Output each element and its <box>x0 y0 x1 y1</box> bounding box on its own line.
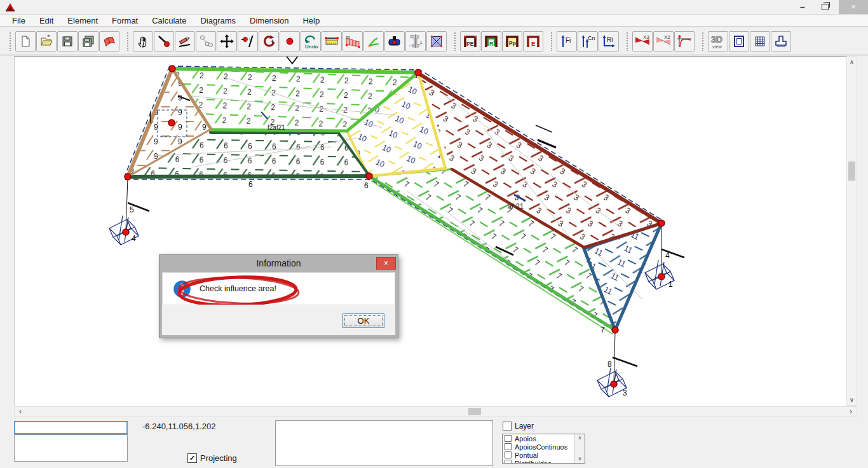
profile-button[interactable] <box>771 31 791 52</box>
diagram-curve-button[interactable] <box>674 31 695 52</box>
projecting-option[interactable]: ✓ Projecting <box>187 453 237 463</box>
layer-item[interactable]: ApoiosContinuos <box>503 443 585 451</box>
move-button[interactable] <box>217 31 237 52</box>
new-file-button[interactable] <box>15 31 36 52</box>
svg-text:Undo: Undo <box>305 44 318 50</box>
3d-view-icon: 3Dview <box>710 33 726 50</box>
layer-item-checkbox[interactable] <box>505 443 512 450</box>
projecting-checkbox[interactable]: ✓ <box>187 453 197 463</box>
save-button[interactable] <box>57 31 78 52</box>
library-button[interactable] <box>99 31 119 52</box>
layer-item[interactable]: Distribuidas <box>503 459 585 464</box>
menu-element[interactable]: Element <box>60 16 105 25</box>
drawing-canvas[interactable]: 2 9 6 10 3 7 11 <box>14 56 847 406</box>
menu-calculate[interactable]: Calculate <box>145 16 193 25</box>
force-fi-button[interactable]: Fi <box>557 31 577 52</box>
rotate-button[interactable] <box>259 31 279 52</box>
close-button[interactable]: × <box>839 0 868 14</box>
info-panel <box>275 420 493 466</box>
svg-text:2: 2 <box>410 34 412 38</box>
minimize-button[interactable]: – <box>793 0 812 14</box>
3d-view-button[interactable]: 3Dview <box>708 31 728 52</box>
layer-item[interactable]: Pontual <box>503 451 585 459</box>
open-file-button[interactable] <box>36 31 57 52</box>
pan-button[interactable] <box>133 31 153 52</box>
frame-pe-button[interactable]: PE <box>460 31 480 52</box>
message-box <box>14 434 128 462</box>
section-properties-button[interactable]: 21 <box>405 31 426 52</box>
menu-file[interactable]: File <box>5 16 32 25</box>
diagram-x2-icon: X2 <box>655 34 672 49</box>
layer-item-label: Distribuidas <box>515 460 551 464</box>
local-axes-button[interactable] <box>363 31 384 52</box>
restore-button[interactable] <box>816 0 835 14</box>
layer-item-checkbox[interactable] <box>505 460 512 464</box>
vertical-scroll-thumb[interactable] <box>848 162 855 181</box>
profile-icon <box>773 34 789 48</box>
toolbar-grip <box>550 32 553 51</box>
menu-help[interactable]: Help <box>295 16 327 25</box>
release-button[interactable] <box>384 31 405 52</box>
menu-format[interactable]: Format <box>105 16 145 25</box>
toolbar-grip <box>702 32 705 51</box>
diagram-x2-button[interactable]: X2 <box>653 31 674 52</box>
distributed-load-button[interactable]: qi <box>342 31 363 52</box>
draw-element-button[interactable] <box>154 31 174 52</box>
force-cn-button[interactable]: Cn <box>578 31 598 52</box>
pin-icon <box>387 34 402 48</box>
edit-element-button[interactable] <box>175 31 195 52</box>
vertical-scrollbar[interactable]: ∧ ∨ <box>846 56 857 406</box>
layer-option[interactable]: Layer <box>503 422 534 430</box>
menu-dimension[interactable]: Dimension <box>243 16 295 25</box>
load-icon: qi <box>344 34 361 49</box>
frame-e-button[interactable]: E <box>523 31 543 52</box>
diagram-x3-button[interactable]: X3 <box>632 31 653 52</box>
reaction-ri-icon: Ri <box>601 34 616 49</box>
undo-button[interactable]: Undo <box>301 31 321 52</box>
layer-item[interactable]: Apoios <box>503 434 585 443</box>
layer-item-checkbox[interactable] <box>505 435 512 442</box>
grid-button[interactable] <box>750 31 770 52</box>
menu-diagrams[interactable]: Diagrams <box>193 16 243 25</box>
scroll-up-arrow[interactable]: ∧ <box>847 57 857 67</box>
layer-scroll-up-icon[interactable]: ∧ <box>575 434 585 442</box>
information-dialog: Information × Check influence area! OK <box>159 254 398 338</box>
section-view-button[interactable] <box>729 31 749 52</box>
dialog-close-button[interactable]: × <box>376 257 396 270</box>
menu-edit[interactable]: Edit <box>32 16 60 25</box>
layer-checkbox[interactable] <box>503 422 512 430</box>
frame-pp-button[interactable]: Pp <box>502 31 522 52</box>
node-chain-button[interactable] <box>196 31 216 52</box>
save-all-button[interactable] <box>78 31 98 52</box>
command-input[interactable] <box>14 421 128 434</box>
dialog-body: Check influence area! <box>162 272 395 305</box>
layer-item-checkbox[interactable] <box>505 451 512 458</box>
scroll-right-arrow[interactable]: › <box>846 407 856 416</box>
structure-canvas[interactable]: 2 9 6 10 3 7 11 <box>15 57 847 406</box>
frame-pp-icon: Pp <box>505 34 520 49</box>
scroll-left-arrow[interactable]: ‹ <box>15 407 25 416</box>
shell-element-button[interactable] <box>426 31 447 52</box>
svg-text:E: E <box>531 40 535 47</box>
layer-list[interactable]: Apoios ApoiosContinuos Pontual Distribui… <box>502 434 585 464</box>
node-button[interactable] <box>280 31 300 52</box>
section-rect-icon <box>732 34 746 48</box>
reaction-ri-button[interactable]: Ri <box>599 31 619 52</box>
dialog-message: Check influence area! <box>200 284 276 293</box>
force-fi-icon: Fi <box>559 34 574 49</box>
svg-text:7: 7 <box>600 326 605 334</box>
svg-text:4: 4 <box>132 234 136 243</box>
horizontal-scrollbar[interactable]: ‹ › <box>14 406 857 417</box>
frame-r-button[interactable]: R <box>481 31 501 52</box>
new-file-icon <box>18 34 32 48</box>
node-on-element-button[interactable] <box>238 31 258 52</box>
svg-text:Fi: Fi <box>566 37 571 44</box>
undo-icon: Undo <box>303 33 318 50</box>
horizontal-scroll-thumb[interactable] <box>468 408 481 415</box>
layer-list-scrollbar[interactable]: ∧ ∨ <box>574 434 585 463</box>
measure-button[interactable] <box>322 31 342 52</box>
svg-text:X3: X3 <box>643 34 649 40</box>
layer-scroll-down-icon[interactable]: ∨ <box>575 455 585 463</box>
scroll-down-arrow[interactable]: ∨ <box>847 395 857 404</box>
ok-button[interactable]: OK <box>342 313 384 328</box>
